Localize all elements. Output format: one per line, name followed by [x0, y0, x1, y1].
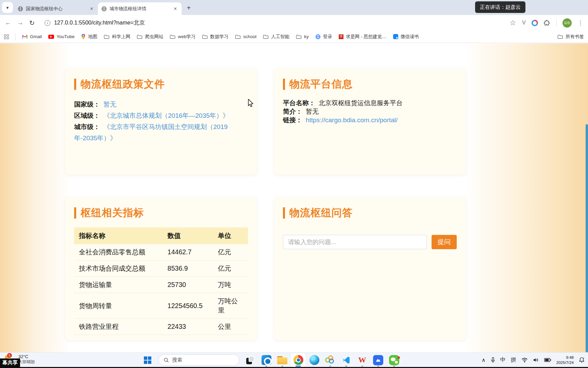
policy-row-national: 国家级：暂无 — [74, 99, 248, 110]
cell-value: 14462.7 — [163, 244, 213, 260]
chrome-button[interactable] — [291, 353, 305, 367]
policy-regional-link[interactable]: 《北京城市总体规划（2016年—2035年）》 — [103, 112, 229, 119]
extension-v-icon[interactable]: V — [522, 19, 526, 26]
cell-value: 12254560.5 — [163, 293, 213, 319]
bookmark-star-icon[interactable]: ☆ — [510, 19, 516, 27]
profile-avatar[interactable]: 运佳 — [562, 18, 572, 28]
tray-chevron-up-icon[interactable]: ∧ — [482, 357, 486, 363]
wifi-icon[interactable] — [521, 357, 528, 363]
battery-icon[interactable] — [544, 358, 551, 362]
edge-button[interactable] — [307, 353, 321, 367]
cell-value: 25730 — [163, 277, 213, 293]
browser-menu-icon[interactable]: ⋮ — [577, 19, 583, 27]
outlook-icon — [262, 355, 271, 365]
bookmark-label: Gmail — [30, 34, 42, 39]
bookmark-folder-ai[interactable]: 人工智能 — [263, 34, 289, 40]
tab-strip: ▾ 国家物流枢纽中心 × 城市物流枢纽详情 × + 正在讲话：赵彦云 — [0, 0, 588, 15]
question-input[interactable] — [283, 235, 427, 249]
cloud-drive-button[interactable] — [371, 353, 385, 367]
wechat-icon — [389, 355, 399, 365]
bookmark-folder-school[interactable]: school — [235, 34, 256, 39]
bookmark-gmail[interactable]: Gmail — [22, 34, 42, 39]
table-row: 全社会消费品零售总额 14462.7 亿元 — [74, 244, 248, 260]
vscode-icon — [342, 356, 351, 365]
tab-search-button[interactable]: ▾ — [2, 2, 13, 13]
indicators-card: 枢纽相关指标 指标名称 数值 单位 全社会消费品零售总额 14462.7 亿元 … — [65, 197, 257, 340]
forward-button[interactable]: → — [17, 19, 23, 27]
gmail-icon — [22, 35, 28, 39]
row-label: 区域级： — [74, 112, 100, 119]
task-view-icon — [246, 356, 254, 364]
outlook-button[interactable] — [259, 353, 273, 367]
chrome-icon — [293, 355, 303, 365]
active-app-indicator — [296, 366, 301, 367]
new-tab-button[interactable]: + — [184, 3, 194, 13]
bookmark-youtube[interactable]: YouTube — [48, 34, 74, 39]
reload-button[interactable]: ↻ — [29, 19, 35, 27]
cell-name: 货物运输量 — [74, 277, 163, 293]
indicators-table: 指标名称 数值 单位 全社会消费品零售总额 14462.7 亿元 技术市场合同成… — [74, 227, 248, 335]
extensions-puzzle-icon[interactable] — [544, 19, 551, 26]
policy-card-title: 物流枢纽政策文件 — [81, 77, 165, 91]
colorful-rings-icon — [325, 355, 335, 365]
ime-mode-indicator[interactable]: 中 — [500, 356, 506, 364]
policy-national-link[interactable]: 暂无 — [103, 101, 116, 108]
bookmark-folder-web[interactable]: web学习 — [170, 34, 196, 40]
task-view-button[interactable] — [243, 353, 257, 367]
running-indicator — [361, 366, 363, 367]
notification-bell-icon[interactable]: z — [579, 357, 585, 363]
running-indicator — [377, 366, 379, 367]
tab-title: 国家物流枢纽中心 — [26, 6, 86, 12]
card-title-row: 物流枢纽政策文件 — [74, 77, 248, 91]
search-icon — [164, 357, 169, 363]
scrollbar-thumb[interactable] — [586, 124, 588, 352]
table-header-row: 指标名称 数值 单位 — [74, 227, 248, 244]
wechat-button[interactable] — [387, 353, 401, 367]
bookmark-weread[interactable]: 微信读书 — [393, 34, 419, 40]
speaking-indicator-overlay: 正在讲话：赵彦云 — [475, 1, 525, 13]
file-explorer-button[interactable] — [275, 353, 289, 367]
running-indicator — [393, 366, 395, 367]
temperature-label: 32°C — [18, 354, 35, 359]
bookmark-label: web学习 — [178, 34, 196, 40]
tab-close-icon[interactable]: × — [89, 6, 95, 12]
bookmark-folder-ky[interactable]: ky — [296, 34, 309, 39]
vscode-button[interactable] — [339, 353, 353, 367]
bookmark-folder-shuju[interactable]: 数据学习 — [202, 34, 229, 40]
indicators-card-title: 枢纽相关指标 — [81, 206, 144, 220]
rings-app-button[interactable] — [323, 353, 337, 367]
taskbar-search[interactable]: 搜索 — [158, 354, 239, 366]
bookmark-folder-pachong[interactable]: 爬虫网站 — [137, 34, 163, 40]
bookmark-login[interactable]: 登录 — [315, 34, 332, 40]
folder-icon — [263, 34, 269, 39]
table-row: 货物周转量 12254560.5 万吨公里 — [74, 293, 248, 319]
platform-url-link[interactable]: https://cargo.bdia.com.cn/portal/ — [306, 116, 398, 124]
taskbar-clock[interactable]: 9:48 2025/7/24 — [556, 355, 574, 365]
back-button[interactable]: ← — [5, 19, 11, 27]
all-bookmarks-button[interactable]: 所有书签 — [557, 34, 584, 40]
pinyin-indicator[interactable]: 拼 — [511, 356, 516, 364]
extension-ring-icon[interactable] — [532, 20, 538, 26]
bookmark-maps[interactable]: 地图 — [81, 34, 97, 40]
speaker-icon[interactable] — [533, 357, 539, 363]
microphone-icon[interactable] — [491, 357, 495, 363]
tab-city-hub-detail[interactable]: 城市物流枢纽详情 × — [98, 2, 182, 15]
tab-national-hub[interactable]: 国家物流枢纽中心 × — [14, 2, 98, 15]
tab-close-icon[interactable]: × — [172, 6, 178, 12]
wps-button[interactable]: W — [355, 353, 369, 367]
bookmark-qiushi[interactable]: 求 求是网 - 思想建党… — [339, 34, 387, 40]
weread-icon — [393, 34, 398, 39]
card-title-row: 枢纽相关指标 — [74, 206, 248, 220]
title-accent-bar — [283, 207, 285, 219]
ask-button[interactable]: 提问 — [432, 235, 457, 249]
address-bar[interactable]: i 127.0.0.1:5500/city.html?name=北京 — [40, 19, 504, 27]
url-text[interactable]: 127.0.0.1:5500/city.html?name=北京 — [54, 19, 145, 27]
site-info-icon[interactable]: i — [45, 20, 50, 26]
qa-input-row: 提问 — [283, 235, 457, 249]
cell-name: 铁路营业里程 — [74, 319, 163, 335]
bookmark-folder-kexue[interactable]: 科学上网 — [104, 34, 130, 40]
start-button[interactable] — [140, 353, 155, 367]
apps-grid-icon[interactable] — [4, 34, 9, 39]
cloud-drive-icon — [373, 355, 383, 365]
bookmark-label: 地图 — [88, 34, 97, 40]
